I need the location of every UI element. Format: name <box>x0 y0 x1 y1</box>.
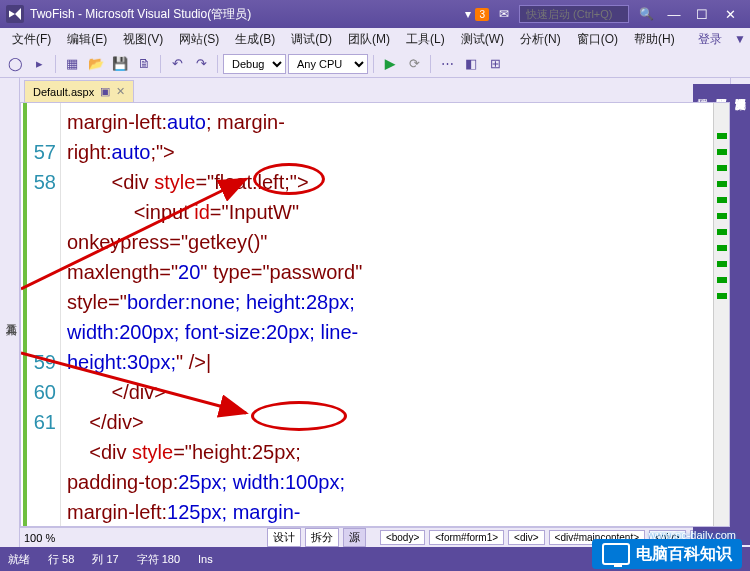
document-tabs: Default.aspx ▣ ✕ <box>20 78 730 102</box>
window-title: TwoFish - Microsoft Visual Studio(管理员) <box>30 6 251 23</box>
menu-window[interactable]: 窗口(O) <box>569 29 626 50</box>
watermark-text: 电脑百科知识 <box>636 544 732 565</box>
platform-select[interactable]: Any CPU <box>288 54 368 74</box>
tool-btn-1[interactable]: ⋯ <box>436 53 458 75</box>
feedback-icon[interactable]: ▾ <box>465 7 471 21</box>
minimize-button[interactable]: — <box>660 4 688 24</box>
status-ins: Ins <box>198 553 213 565</box>
menu-site[interactable]: 网站(S) <box>171 29 227 50</box>
menu-team[interactable]: 团队(M) <box>340 29 398 50</box>
tab-default-aspx[interactable]: Default.aspx ▣ ✕ <box>24 80 134 102</box>
tool-btn-2[interactable]: ◧ <box>460 53 482 75</box>
close-button[interactable]: ✕ <box>716 4 744 24</box>
menu-build[interactable]: 生成(B) <box>227 29 283 50</box>
config-select[interactable]: Debug <box>223 54 286 74</box>
nav-back-button[interactable]: ◯ <box>4 53 26 75</box>
feedback-send-icon[interactable]: ✉ <box>499 7 509 21</box>
status-line: 行 58 <box>48 552 74 567</box>
crumb-form[interactable]: <form#form1> <box>429 530 504 545</box>
tab-preview-icon: ▣ <box>100 85 110 98</box>
zoom-level[interactable]: 100 % <box>24 532 55 544</box>
view-design-button[interactable]: 设计 <box>267 528 301 547</box>
menu-bar: 文件(F) 编辑(E) 视图(V) 网站(S) 生成(B) 调试(D) 团队(M… <box>0 28 750 50</box>
quick-launch-input[interactable] <box>519 5 629 23</box>
maximize-button[interactable]: ☐ <box>688 4 716 24</box>
search-icon[interactable]: 🔍 <box>639 7 654 21</box>
start-debug-button[interactable]: ▶ <box>379 53 401 75</box>
crumb-body[interactable]: <body> <box>380 530 425 545</box>
status-col: 列 17 <box>92 552 118 567</box>
tool-btn-3[interactable]: ⊞ <box>484 53 506 75</box>
sign-in-link[interactable]: 登录 <box>690 29 730 50</box>
view-source-button[interactable]: 源 <box>343 528 366 547</box>
save-button[interactable]: 💾 <box>109 53 131 75</box>
menu-help[interactable]: 帮助(H) <box>626 29 683 50</box>
save-all-button[interactable]: 🗎 <box>133 53 155 75</box>
rail-solution-explorer[interactable]: 解决方案资源管理器 <box>731 84 750 545</box>
redo-button[interactable]: ↷ <box>190 53 212 75</box>
menu-file[interactable]: 文件(F) <box>4 29 59 50</box>
view-split-button[interactable]: 拆分 <box>305 528 339 547</box>
menu-debug[interactable]: 调试(D) <box>283 29 340 50</box>
right-rail: 解决方案资源管理器 团队资源管理器 属性 <box>730 78 750 547</box>
toolbar: ◯ ▸ ▦ 📂 💾 🗎 ↶ ↷ Debug Any CPU ▶ ⟳ ⋯ ◧ ⊞ <box>0 50 750 78</box>
menu-edit[interactable]: 编辑(E) <box>59 29 115 50</box>
watermark-monitor-icon <box>602 543 630 565</box>
toolbox-rail[interactable]: 工具箱 <box>0 78 20 547</box>
vertical-scrollbar[interactable] <box>713 103 729 526</box>
nav-forward-button[interactable]: ▸ <box>28 53 50 75</box>
status-ready: 就绪 <box>8 552 30 567</box>
menu-view[interactable]: 视图(V) <box>115 29 171 50</box>
new-button[interactable]: ▦ <box>61 53 83 75</box>
status-char: 字符 180 <box>137 552 180 567</box>
open-button[interactable]: 📂 <box>85 53 107 75</box>
watermark-badge: 电脑百科知识 <box>592 539 742 569</box>
crumb-div1[interactable]: <div> <box>508 530 544 545</box>
tab-close-icon[interactable]: ✕ <box>116 85 125 98</box>
menu-analyze[interactable]: 分析(N) <box>512 29 569 50</box>
code-content[interactable]: margin-left:auto; margin-right:auto;"> <… <box>61 103 713 526</box>
menu-test[interactable]: 测试(W) <box>453 29 512 50</box>
title-bar: TwoFish - Microsoft Visual Studio(管理员) ▾… <box>0 0 750 28</box>
undo-button[interactable]: ↶ <box>166 53 188 75</box>
menu-tools[interactable]: 工具(L) <box>398 29 453 50</box>
user-dropdown-icon[interactable]: ▼ <box>734 32 746 46</box>
code-editor[interactable]: 57 58 59 60 61 margin-left:auto; margin-… <box>20 102 730 527</box>
browser-link-button[interactable]: ⟳ <box>403 53 425 75</box>
tab-label: Default.aspx <box>33 86 94 98</box>
vs-logo-icon <box>6 5 24 23</box>
notification-badge[interactable]: 3 <box>475 8 489 21</box>
line-gutter: 57 58 59 60 61 <box>21 103 61 526</box>
